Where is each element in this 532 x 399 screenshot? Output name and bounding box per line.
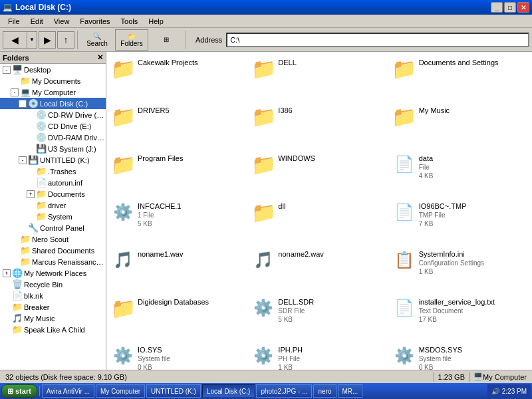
tree-item-speaklike[interactable]: 📁Speak Like A Child	[0, 324, 106, 335]
menu-favorites[interactable]: Favorites	[74, 16, 115, 27]
tree-item-driver[interactable]: 📁driver	[0, 200, 106, 211]
file-item[interactable]: 📁dll	[249, 198, 388, 245]
tree-item-trashes[interactable]: 📁.Trashes	[0, 166, 106, 177]
menu-tools[interactable]: Tools	[116, 16, 144, 27]
start-button[interactable]: ⊞ start	[1, 384, 37, 398]
menu-help[interactable]: Help	[143, 16, 169, 27]
tree-item-mydocs[interactable]: 📁My Documents	[0, 75, 106, 86]
address-input[interactable]	[226, 33, 529, 47]
tree-expand-mynetwork[interactable]: +	[3, 269, 11, 277]
tree-item-desktop[interactable]: -🖥️Desktop	[0, 64, 106, 75]
back-dropdown[interactable]: ▼	[27, 31, 37, 49]
file-item[interactable]: 📋SystemInfo.iniConfiguration Settings 1 …	[390, 246, 529, 293]
file-item[interactable]: 📁Digidesign Databases	[109, 294, 248, 340]
views-button[interactable]: ⊞	[150, 29, 183, 51]
file-item[interactable]: 📄dataFile 4 KB	[390, 150, 529, 197]
file-item[interactable]: 📁DRIVER5	[109, 102, 248, 149]
taskbar-item-0[interactable]: Avira AntiVir ...	[42, 384, 94, 398]
file-item[interactable]: ⚙️INFCACHE.11 File 5 KB	[109, 198, 248, 245]
taskbar-item-3[interactable]: Local Disk (C:)	[202, 384, 255, 398]
tree-expand-mymusic[interactable]	[3, 315, 11, 323]
tree-item-controlpanel[interactable]: 🔧Control Panel	[0, 222, 106, 233]
tree-item-dvd[interactable]: 💿DVD-RAM Drive (F:)	[0, 132, 106, 143]
tree-expand-speaklike[interactable]	[3, 326, 11, 334]
tree-expand-neroscout[interactable]	[11, 235, 19, 243]
file-item[interactable]: ⚙️MSDOS.SYSSystem file 0 KB	[390, 342, 529, 370]
tree-expand-cdrom[interactable]	[27, 111, 35, 119]
file-detail: PH File 1 KB	[278, 354, 385, 370]
tree-expand-breaker[interactable]	[3, 303, 11, 311]
tree-expand-u3[interactable]	[27, 145, 35, 153]
file-item[interactable]: 📁I386	[249, 102, 388, 149]
taskbar-item-5[interactable]: nero	[313, 384, 336, 398]
back-main[interactable]: ◀	[3, 31, 27, 49]
tree-item-neroscout[interactable]: 📁Nero Scout	[0, 233, 106, 245]
taskbar-item-4[interactable]: photo2.JPG - ...	[256, 384, 312, 398]
tree-item-cdrom[interactable]: 💿CD-RW Drive (D:)	[0, 109, 106, 120]
file-item[interactable]: 📁Documents and Settings	[390, 55, 529, 101]
menu-edit[interactable]: Edit	[25, 16, 49, 27]
tree-item-breaker[interactable]: 📁Breaker	[0, 301, 106, 313]
tree-expand-controlpanel[interactable]	[19, 224, 27, 232]
tree-item-u3[interactable]: 💾U3 System (J:)	[0, 143, 106, 154]
tree-item-mymusic[interactable]: 🎵My Music	[0, 313, 106, 324]
tree-expand-mydocs[interactable]	[11, 77, 19, 85]
tree-expand-mycomp[interactable]: -	[11, 88, 19, 96]
tree-expand-desktop[interactable]: -	[3, 66, 11, 74]
taskbar-item-6[interactable]: MR...	[338, 384, 363, 398]
taskbar-item-2[interactable]: UNTITLED (K:)	[146, 384, 201, 398]
tree-expand-dvd[interactable]	[27, 134, 35, 142]
menu-view[interactable]: View	[49, 16, 75, 27]
tree-item-system[interactable]: 📁System	[0, 211, 106, 222]
tree-item-recycle[interactable]: 🗑️Recycle Bin	[0, 279, 106, 290]
file-item[interactable]: ⚙️IPH.PHPH File 1 KB	[249, 342, 388, 370]
tree-item-autorun[interactable]: 📄autorun.inf	[0, 177, 106, 188]
folders-close-icon[interactable]: ✕	[97, 53, 103, 62]
forward-button[interactable]: ▶	[39, 31, 56, 49]
file-item[interactable]: 📁DELL	[249, 55, 388, 101]
tree-item-blk[interactable]: 📄blk.nk	[0, 290, 106, 301]
file-item[interactable]: 📄IO96BC~.TMPTMP File 7 KB	[390, 198, 529, 245]
tree-expand-documents[interactable]: +	[27, 190, 35, 198]
tree-expand-untitled[interactable]: -	[19, 156, 27, 164]
tree-item-documents[interactable]: +📁Documents	[0, 188, 106, 200]
file-item[interactable]: 📁Cakewalk Projects	[109, 55, 248, 101]
file-item[interactable]: ⚙️DELL.SDRSDR File 5 KB	[249, 294, 388, 340]
tree-expand-trashes[interactable]	[27, 168, 35, 176]
menu-file[interactable]: File	[3, 16, 25, 27]
back-button[interactable]: ◀ ▼	[3, 31, 37, 49]
tree-item-marcus[interactable]: 📁Marcus Renaissance's Docu…	[0, 256, 106, 267]
maximize-button[interactable]: □	[504, 2, 516, 13]
folders-button[interactable]: 📁 Folders	[115, 29, 148, 51]
tree-item-cddrive[interactable]: 💿CD Drive (E:)	[0, 120, 106, 132]
file-item[interactable]: 🎵noname1.wav	[109, 246, 248, 293]
tree-expand-localc[interactable]: -	[19, 100, 27, 108]
search-button[interactable]: 🔍 Search	[80, 29, 114, 51]
tree-item-localc[interactable]: -💿Local Disk (C:)	[0, 98, 106, 109]
tree-item-shareddocs[interactable]: 📁Shared Documents	[0, 245, 106, 256]
tree-item-mycomp[interactable]: -💻My Computer	[0, 86, 106, 98]
file-item[interactable]: ⚙️IO.SYSSystem file 0 KB	[109, 342, 248, 370]
tree-expand-blk[interactable]	[3, 292, 11, 300]
close-button[interactable]: ✕	[517, 2, 529, 13]
minimize-button[interactable]: _	[491, 2, 503, 13]
taskbar-item-1[interactable]: My Computer	[96, 384, 145, 398]
file-item[interactable]: 📁My Music	[390, 102, 529, 149]
file-item[interactable]: 🎵noname2.wav	[249, 246, 388, 293]
file-item[interactable]: 📁WINDOWS	[249, 150, 388, 197]
file-item[interactable]: 📁Program Files	[109, 150, 248, 197]
tree-expand-cddrive[interactable]	[27, 122, 35, 130]
tree-expand-driver[interactable]	[27, 201, 35, 209]
tree-item-mynetwork[interactable]: +🌐My Network Places	[0, 267, 106, 279]
file-item[interactable]: 📄installer_service_log.txtText Document …	[390, 294, 529, 340]
file-info: Digidesign Databases	[138, 297, 245, 307]
tree-expand-marcus[interactable]	[11, 258, 19, 266]
tree-expand-system[interactable]	[27, 213, 35, 221]
tree-expand-shareddocs[interactable]	[11, 247, 19, 255]
up-button[interactable]: ↑	[57, 31, 74, 49]
file-icon-folder: 📁	[394, 58, 415, 79]
tree-expand-autorun[interactable]	[27, 179, 35, 187]
tree-icon-controlpanel: 🔧	[28, 223, 39, 233]
tree-expand-recycle[interactable]	[3, 281, 11, 289]
tree-item-untitled[interactable]: -💾UNTITLED (K:)	[0, 154, 106, 166]
